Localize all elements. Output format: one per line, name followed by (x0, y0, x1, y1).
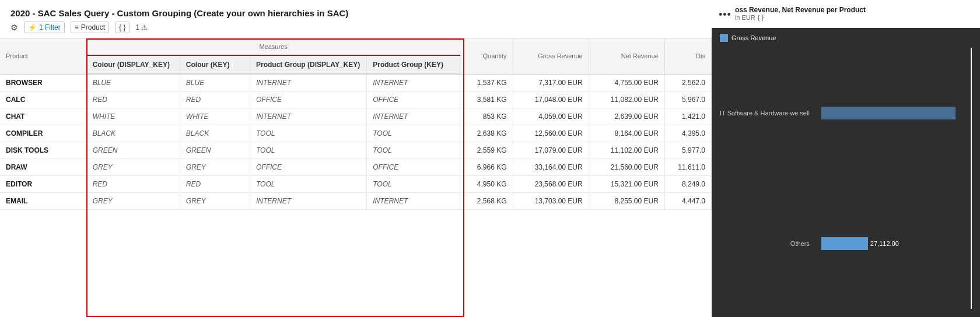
filter-label: 1 Filter (39, 23, 61, 31)
cell-gross-revenue-1: 17,048.00 EUR (513, 91, 589, 108)
measures-header: Measures (86, 38, 460, 55)
cell-quantity-0: 1,537 KG (460, 74, 513, 91)
cell-colour-key-7: GREY (180, 193, 250, 210)
cell-product-group-display-4: TOOL (250, 142, 367, 159)
cell-gross-revenue-7: 13,703.00 EUR (513, 193, 589, 210)
cell-net-revenue-6: 15,321.00 EUR (589, 176, 664, 193)
header: 2020 - SAC Sales Query - Custom Grouping… (0, 0, 712, 38)
cell-product-group-key-5: OFFICE (367, 159, 460, 176)
currency-label: in EUR (735, 14, 755, 21)
cell-gross-revenue-6: 23,568.00 EUR (513, 176, 589, 193)
cell-product-group-key-1: OFFICE (367, 91, 460, 108)
chart-content: IT Software & Hardware we sell Others 27… (712, 48, 980, 317)
col-product-group-key-header[interactable]: Product Group (KEY) (367, 55, 460, 74)
cell-product-0: BROWSER (0, 74, 86, 91)
chart-area: Gross Revenue IT Software & Hardware we … (712, 28, 980, 317)
cell-net-revenue-7: 8,255.00 EUR (589, 193, 664, 210)
chart-vertical-line (971, 48, 972, 309)
col-product-header[interactable]: Product (0, 38, 86, 74)
col-colour-key-header[interactable]: Colour (KEY) (180, 55, 250, 74)
filter-button[interactable]: ⚡ 1 Filter (24, 22, 65, 33)
cell-gross-revenue-4: 17,079.00 EUR (513, 142, 589, 159)
chart-legend: Gross Revenue (712, 28, 980, 48)
cell-colour-display-2: WHITE (86, 108, 180, 125)
gross-revenue-legend-label: Gross Revenue (732, 34, 776, 41)
cell-gross-revenue-2: 4,059.00 EUR (513, 108, 589, 125)
list-icon: ≡ (75, 23, 79, 31)
right-panel: ••• oss Revenue, Net Revenue per Product… (712, 0, 980, 317)
chart-title-text: oss Revenue, Net Revenue per Product (735, 6, 866, 14)
cell-product-7: EMAIL (0, 193, 86, 210)
chart-title: oss Revenue, Net Revenue per Product (735, 6, 866, 14)
cell-quantity-5: 6,966 KG (460, 159, 513, 176)
cell-product-group-display-0: INTERNET (250, 74, 367, 91)
cell-gross-revenue-0: 7,317.00 EUR (513, 74, 589, 91)
cell-product-group-display-3: TOOL (250, 125, 367, 142)
braces-button[interactable]: { } (115, 22, 130, 33)
cell-quantity-1: 3,581 KG (460, 91, 513, 108)
cell-colour-key-6: RED (180, 176, 250, 193)
right-panel-header: ••• oss Revenue, Net Revenue per Product… (712, 0, 980, 28)
cell-product-group-key-4: TOOL (367, 142, 460, 159)
cell-product-group-display-1: OFFICE (250, 91, 367, 108)
cell-net-revenue-0: 4,755.00 EUR (589, 74, 664, 91)
col-net-revenue-header[interactable]: Net Revenue (589, 38, 664, 74)
settings-icon[interactable]: ⚙ (10, 23, 18, 32)
cell-product-group-key-3: TOOL (367, 125, 460, 142)
cell-product-group-display-7: INTERNET (250, 193, 367, 210)
cell-quantity-7: 2,568 KG (460, 193, 513, 210)
cell-colour-key-4: GREEN (180, 142, 250, 159)
cell-quantity-2: 853 KG (460, 108, 513, 125)
cell-colour-key-0: BLUE (180, 74, 250, 91)
table-row: BROWSER BLUE BLUE INTERNET INTERNET 1,53… (0, 74, 712, 91)
table-row: COMPILER BLACK BLACK TOOL TOOL 2,638 KG … (0, 125, 712, 142)
col-gross-revenue-header[interactable]: Gross Revenue (513, 38, 589, 74)
cell-net-revenue-4: 11,102.00 EUR (589, 142, 664, 159)
cell-product-group-display-2: INTERNET (250, 108, 367, 125)
cell-colour-key-2: WHITE (180, 108, 250, 125)
col-quantity-header[interactable]: Quantity (460, 38, 513, 74)
cell-dis-2: 1,421.0 (664, 108, 711, 125)
table-row: CALC RED RED OFFICE OFFICE 3,581 KG 17,0… (0, 91, 712, 108)
cell-dis-7: 4,447.0 (664, 193, 711, 210)
cell-dis-0: 2,562.0 (664, 74, 711, 91)
cell-colour-display-4: GREEN (86, 142, 180, 159)
cell-dis-1: 5,967.0 (664, 91, 711, 108)
table-container[interactable]: Product Measures Quantity Gross Revenue … (0, 38, 712, 317)
cell-dis-6: 8,249.0 (664, 176, 711, 193)
cell-quantity-4: 2,559 KG (460, 142, 513, 159)
cell-net-revenue-2: 2,639.00 EUR (589, 108, 664, 125)
cell-product-2: CHAT (0, 108, 86, 125)
page-title: 2020 - SAC Sales Query - Custom Grouping… (10, 8, 701, 18)
cell-product-1: CALC (0, 91, 86, 108)
product-button[interactable]: ≡ Product (71, 22, 109, 33)
col-colour-display-header[interactable]: Colour (DISPLAY_KEY) (86, 55, 180, 74)
data-table: Product Measures Quantity Gross Revenue … (0, 38, 712, 210)
header-toolbar: ⚙ ⚡ 1 Filter ≡ Product { } 1 ⚠ (10, 22, 701, 33)
chart-bar-row-0 (821, 107, 972, 119)
table-wrapper: Product Measures Quantity Gross Revenue … (0, 38, 712, 317)
col-dis-header[interactable]: Dis (664, 38, 711, 74)
cell-net-revenue-3: 8,164.00 EUR (589, 125, 664, 142)
cell-quantity-6: 4,950 KG (460, 176, 513, 193)
cell-product-group-display-5: OFFICE (250, 159, 367, 176)
chart-bar-value-1: 27,112.00 (870, 240, 899, 247)
chart-bar-row-1: 27,112.00 (821, 237, 972, 250)
cell-colour-display-0: BLUE (86, 74, 180, 91)
cell-product-group-display-6: TOOL (250, 176, 367, 193)
cell-colour-key-3: BLACK (180, 125, 250, 142)
chart-bar-1 (821, 237, 868, 250)
warning-icon: ⚠ (141, 23, 148, 31)
cell-gross-revenue-5: 33,164.00 EUR (513, 159, 589, 176)
more-options-icon[interactable]: ••• (719, 9, 732, 21)
cell-product-6: EDITOR (0, 176, 86, 193)
col-product-group-display-header[interactable]: Product Group (DISPLAY_KEY) (250, 55, 367, 74)
table-row: EDITOR RED RED TOOL TOOL 4,950 KG 23,568… (0, 176, 712, 193)
cell-colour-key-5: GREY (180, 159, 250, 176)
cell-product-group-key-2: INTERNET (367, 108, 460, 125)
cell-dis-3: 4,395.0 (664, 125, 711, 142)
table-row: DRAW GREY GREY OFFICE OFFICE 6,966 KG 33… (0, 159, 712, 176)
main-panel: 2020 - SAC Sales Query - Custom Grouping… (0, 0, 712, 317)
cell-colour-display-1: RED (86, 91, 180, 108)
warning-badge: 1 ⚠ (135, 23, 148, 31)
